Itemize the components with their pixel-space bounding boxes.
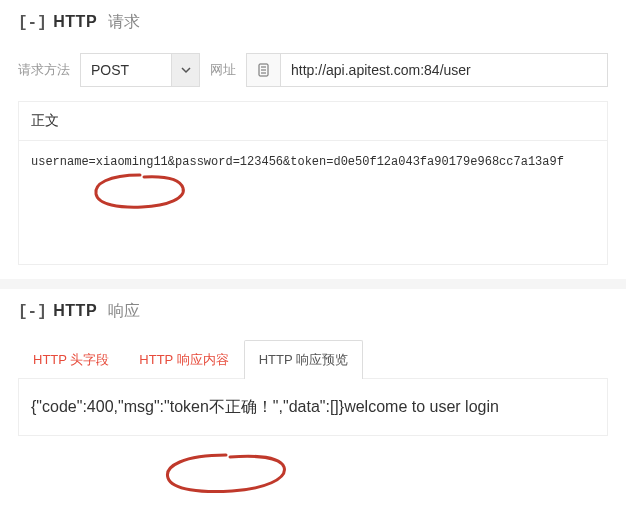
response-preview: {"code":400,"msg":"token不正确！","data":[]}… [18,378,608,436]
request-body-box: 正文 [18,101,608,265]
section-subtitle: 响应 [108,302,140,319]
chevron-down-icon[interactable] [171,54,199,86]
section-subtitle: 请求 [108,13,140,30]
http-label: HTTP [53,302,97,319]
request-body-textarea[interactable] [19,141,607,261]
method-select-value: POST [81,54,171,86]
url-label: 网址 [210,61,236,79]
url-input[interactable] [281,54,607,86]
tab-raw[interactable]: HTTP 响应内容 [124,340,243,379]
annotation-circle-token-msg [160,452,292,496]
response-section-header: [-] HTTP 响应 [0,289,626,334]
collapse-toggle-end[interactable]: ] [37,14,47,32]
collapse-minus-icon[interactable]: - [28,303,38,321]
collapse-toggle-end[interactable]: ] [37,303,47,321]
collapse-toggle[interactable]: [ [18,303,28,321]
body-title: 正文 [19,102,607,141]
method-select[interactable]: POST [80,53,200,87]
http-label: HTTP [53,13,97,30]
request-section-header: [-] HTTP 请求 [0,0,626,45]
collapse-minus-icon[interactable]: - [28,14,38,32]
collapse-toggle[interactable]: [ [18,14,28,32]
response-tabs: HTTP 头字段 HTTP 响应内容 HTTP 响应预览 [18,340,608,378]
tab-headers[interactable]: HTTP 头字段 [18,340,124,379]
method-label: 请求方法 [18,61,70,79]
tab-preview[interactable]: HTTP 响应预览 [244,340,363,379]
document-icon [247,54,281,86]
section-divider [0,279,626,289]
url-input-wrap [246,53,608,87]
